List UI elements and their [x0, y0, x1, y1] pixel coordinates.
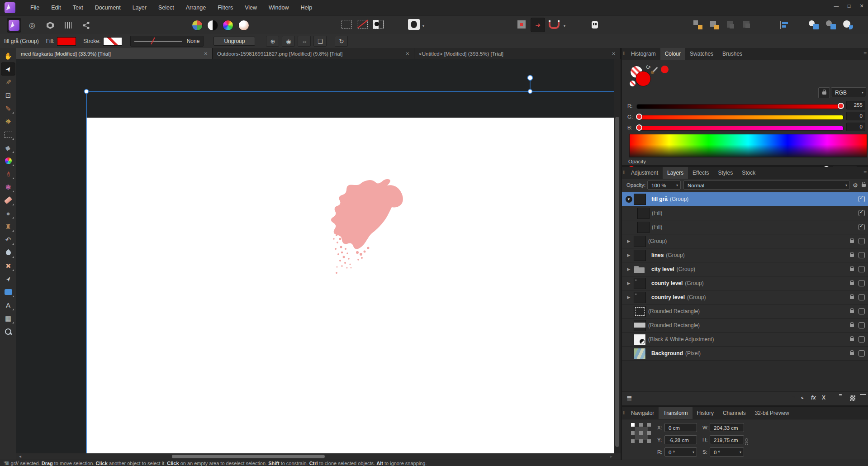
layer-row[interactable]: ▶ lines (Group) [622, 248, 868, 262]
tool-button[interactable] [1, 325, 15, 338]
layer-thumbnail[interactable] [634, 264, 646, 275]
layers-opacity-select[interactable]: 100 %▾ [647, 181, 681, 190]
hue-picker[interactable] [629, 134, 867, 157]
slider-track[interactable] [636, 115, 844, 120]
slider-value[interactable]: 255 [846, 101, 865, 109]
expand-toggle[interactable]: ▶ [625, 253, 633, 257]
menu-item[interactable]: Window [263, 0, 294, 15]
layer-visibility-checkbox[interactable] [859, 238, 865, 244]
auto-colour-icon[interactable] [223, 20, 233, 31]
blend-mode-select[interactable]: Normal▾ [683, 181, 850, 190]
gear-icon[interactable]: ⚙ [853, 182, 858, 189]
menu-item[interactable]: Document [89, 0, 127, 15]
slider-handle[interactable] [636, 114, 642, 120]
panel-tab[interactable]: Transform [659, 407, 692, 419]
layer-thumbnail[interactable] [634, 320, 646, 331]
tool-button[interactable]: ✐ [1, 102, 15, 114]
panel-tab[interactable]: Styles [714, 167, 738, 179]
auto-levels-icon[interactable] [192, 20, 203, 31]
panel-tab[interactable]: Layers [663, 167, 688, 179]
horizontal-scrollbar[interactable]: ◂ ▸ [16, 453, 621, 460]
tool-button[interactable]: ✎ [1, 76, 15, 88]
layer-thumbnail[interactable] [634, 334, 646, 345]
tool-button[interactable]: ❃ [1, 181, 15, 193]
vertical-scrollbar[interactable] [614, 59, 621, 453]
expand-toggle[interactable]: ▼ [625, 196, 633, 203]
expand-toggle[interactable]: ▶ [625, 267, 633, 271]
panel-menu-icon[interactable]: ≡ [863, 48, 867, 60]
liquify-persona-button[interactable]: ◎ [25, 19, 39, 32]
transform-field[interactable]: -6,28 cm [664, 435, 697, 444]
menu-item[interactable]: Edit [45, 0, 67, 15]
layer-visibility-checkbox[interactable] [859, 308, 865, 314]
lock-icon[interactable] [850, 310, 854, 313]
tool-button[interactable]: ➤ [1, 63, 15, 75]
show-selection-icon[interactable]: ◉ [282, 36, 295, 47]
scroll-left-icon[interactable]: ◂ [19, 453, 21, 460]
new-layer-icon[interactable] [850, 395, 855, 401]
panel-tab[interactable]: Brushes [718, 48, 747, 60]
menu-item[interactable]: Text [67, 0, 89, 15]
transform-field[interactable]: 0 cm [664, 423, 697, 432]
move-backward-button[interactable] [724, 18, 737, 32]
anchor-point-selector[interactable] [631, 423, 651, 443]
panel-tab[interactable]: History [693, 407, 718, 419]
tool-button[interactable] [1, 286, 15, 298]
fill-colour-well[interactable] [636, 71, 651, 86]
move-to-back-button[interactable] [740, 18, 754, 32]
panel-tab[interactable]: Effects [688, 167, 713, 179]
pixel-grid-icon[interactable] [517, 20, 526, 29]
horizontal-scrollbar-thumb[interactable] [172, 455, 325, 458]
transform-field[interactable]: 219,75 cm [710, 435, 744, 444]
lock-icon[interactable] [862, 184, 866, 187]
invert-selection-icon[interactable] [357, 20, 368, 29]
layer-thumbnail[interactable] [637, 222, 650, 233]
picked-colour-swatch[interactable] [661, 66, 669, 73]
menu-item[interactable]: Filters [212, 0, 239, 15]
menu-item[interactable]: File [24, 0, 45, 15]
boolean-divide-button[interactable] [841, 18, 855, 32]
layer-visibility-checkbox[interactable] [859, 294, 865, 300]
expand-toggle[interactable]: ▶ [625, 239, 633, 243]
panel-grip[interactable]: ‖ [623, 48, 626, 60]
photo-persona-button[interactable] [7, 19, 21, 32]
layer-visibility-checkbox[interactable]: ✓ [859, 196, 865, 202]
tool-button[interactable]: ◆ [1, 142, 15, 154]
slider-handle[interactable] [636, 124, 642, 131]
layer-row[interactable]: ▶ county level (Group) [622, 276, 868, 290]
export-persona-button[interactable] [80, 19, 93, 32]
alignment-button[interactable] [773, 18, 787, 32]
slider-value[interactable]: 0 [846, 123, 865, 131]
transform-field[interactable]: 0 °▾ [710, 447, 744, 456]
panel-tab[interactable]: Swatches [685, 48, 718, 60]
layer-row[interactable]: (Rounded Rectangle) [622, 304, 868, 319]
fill-swatch[interactable] [57, 37, 76, 46]
menu-item[interactable]: Select [152, 0, 180, 15]
panel-tab[interactable]: Colour [660, 48, 685, 60]
selection-from-layer-icon[interactable] [373, 20, 384, 29]
layer-visibility-checkbox[interactable]: ✓ [859, 210, 865, 216]
panel-tab[interactable]: Histogram [626, 48, 660, 60]
transform-field[interactable]: 0 °▾ [664, 447, 697, 456]
canvas-viewport[interactable] [16, 59, 621, 453]
add-adjustment-icon[interactable]: ◑ [800, 395, 806, 401]
transform-origin-icon[interactable]: ⊕ [266, 36, 279, 47]
document-tab-close-icon[interactable]: ✕ [612, 51, 616, 56]
panel-tab[interactable]: Stock [737, 167, 760, 179]
panel-menu-icon[interactable]: ≡ [863, 167, 867, 179]
slider-track[interactable] [636, 126, 844, 131]
layer-thumbnail[interactable] [634, 292, 646, 303]
cycle-selection-icon[interactable]: ↻ [335, 36, 348, 47]
snapping-dropdown-icon[interactable]: ▾ [564, 24, 565, 28]
tone-mapping-persona-button[interactable] [62, 19, 75, 32]
document-tab-close-icon[interactable]: ✕ [406, 51, 409, 56]
layer-visibility-checkbox[interactable] [859, 336, 865, 342]
tool-button[interactable]: ➢ [1, 273, 15, 285]
layer-row[interactable]: ▶ country level (Group) [622, 290, 868, 304]
expand-toggle[interactable]: ▶ [625, 295, 633, 300]
layer-row[interactable]: (Fill) ✓ [622, 220, 868, 234]
transform-field[interactable]: 204,33 cm [710, 423, 744, 432]
layer-row[interactable]: ▶ city level (Group) [622, 262, 868, 276]
stroke-width-control[interactable]: None [130, 36, 204, 47]
stroke-swatch[interactable] [103, 37, 122, 46]
